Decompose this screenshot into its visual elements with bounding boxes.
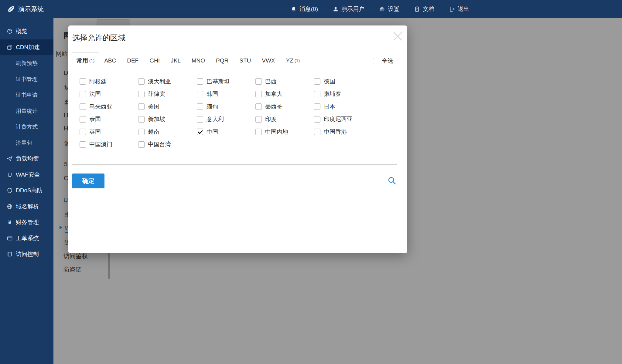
country-option[interactable]: 新加坡	[138, 115, 197, 123]
select-all-option[interactable]: 全选	[373, 57, 393, 65]
settings-button[interactable]: 设置	[379, 5, 399, 13]
tab-label: MNO	[192, 57, 205, 64]
sidebar-item-cert-manage[interactable]: 证书管理	[0, 71, 53, 87]
country-option[interactable]: 英国	[80, 128, 138, 136]
sidebar-item-label: 访问控制	[16, 250, 39, 258]
country-option[interactable]: 印度尼西亚	[314, 115, 373, 123]
country-option[interactable]: 中国	[197, 128, 255, 136]
country-option[interactable]: 柬埔寨	[314, 90, 373, 98]
country-checkbox[interactable]	[255, 78, 262, 85]
topbar: 演示系统 消息(0) 演示用户 设置	[0, 0, 622, 18]
country-option[interactable]: 墨西哥	[255, 103, 314, 111]
country-checkbox[interactable]	[255, 129, 262, 135]
country-option[interactable]: 泰国	[80, 115, 138, 123]
country-option[interactable]: 澳大利亚	[138, 78, 197, 86]
select-all-checkbox[interactable]	[373, 58, 379, 64]
sidebar-item-billing[interactable]: 计费方式	[0, 119, 53, 135]
messages-button[interactable]: 消息(0)	[291, 5, 318, 13]
country-checkbox[interactable]	[80, 103, 86, 110]
country-checkbox[interactable]	[80, 116, 86, 123]
country-checkbox[interactable]	[138, 103, 145, 110]
country-option[interactable]: 马来西亚	[80, 103, 138, 111]
country-option[interactable]: 意大利	[197, 115, 255, 123]
country-checkbox[interactable]	[197, 116, 203, 123]
country-option[interactable]: 巴基斯坦	[197, 78, 255, 86]
country-checkbox[interactable]	[197, 78, 203, 85]
region-tab[interactable]: ABC	[100, 52, 122, 69]
sidebar-item-cdn[interactable]: CDN加速	[0, 39, 53, 56]
sidebar-item-cert-apply[interactable]: 证书申请	[0, 87, 53, 103]
sidebar-item-load-balance[interactable]: 负载均衡	[0, 151, 53, 167]
sidebar-item-overview[interactable]: 概览	[0, 23, 53, 39]
region-tab[interactable]: MNO	[187, 52, 211, 69]
region-tab[interactable]: VWX	[257, 52, 281, 69]
user-label: 演示用户	[341, 5, 364, 13]
country-option[interactable]: 美国	[138, 103, 197, 111]
country-option[interactable]: 越南	[138, 128, 197, 136]
sidebar-item-waf[interactable]: WAF安全	[0, 167, 53, 183]
sidebar-item-traffic-package[interactable]: 流量包	[0, 135, 53, 151]
country-label: 德国	[324, 78, 335, 86]
sidebar-item-finance[interactable]: ¥ 财务管理	[0, 214, 53, 231]
country-checkbox[interactable]	[314, 116, 320, 123]
region-tab[interactable]: YZ (1)	[282, 52, 304, 69]
sidebar-item-usage-stats[interactable]: 用量统计	[0, 103, 53, 119]
country-checkbox[interactable]	[255, 91, 262, 97]
region-tab[interactable]: JKL	[166, 52, 186, 69]
sidebar-item-ddos[interactable]: DDoS高防	[0, 183, 53, 199]
book-icon	[7, 251, 13, 257]
region-tab[interactable]: GHI	[145, 52, 166, 69]
close-icon[interactable]	[393, 31, 403, 41]
country-checkbox[interactable]	[197, 129, 203, 135]
region-tab[interactable]: 常用 (1)	[72, 52, 99, 69]
country-option[interactable]: 阿根廷	[80, 78, 138, 86]
country-checkbox[interactable]	[138, 116, 145, 123]
search-icon[interactable]	[387, 176, 397, 186]
logout-button[interactable]: 退出	[449, 5, 469, 13]
sidebar-item-dns[interactable]: 域名解析	[0, 199, 53, 215]
region-tab[interactable]: DEF	[122, 52, 144, 69]
country-checkbox[interactable]	[80, 91, 86, 97]
logout-label: 退出	[458, 5, 469, 13]
country-option[interactable]: 加拿大	[255, 90, 314, 98]
region-tab[interactable]: STU	[235, 52, 257, 69]
docs-button[interactable]: 文档	[414, 5, 434, 13]
country-checkbox[interactable]	[138, 91, 145, 97]
tab-label: PQR	[216, 57, 228, 64]
country-option[interactable]: 日本	[314, 103, 373, 111]
country-option[interactable]: 中国台湾	[138, 140, 197, 148]
country-option[interactable]: 印度	[255, 115, 314, 123]
country-checkbox[interactable]	[80, 141, 86, 148]
country-option[interactable]: 巴西	[255, 78, 314, 86]
country-option[interactable]: 中国内地	[255, 128, 314, 136]
country-label: 中国台湾	[148, 140, 171, 148]
country-checkbox[interactable]	[138, 78, 145, 85]
logout-icon	[449, 6, 455, 12]
country-checkbox[interactable]	[255, 116, 262, 123]
country-checkbox[interactable]	[197, 91, 203, 97]
sidebar-item-refresh-prewarm[interactable]: 刷新预热	[0, 55, 53, 71]
sidebar-item-tickets[interactable]: 工单系统	[0, 231, 53, 247]
country-checkbox[interactable]	[255, 103, 262, 110]
country-option[interactable]: 德国	[314, 78, 373, 86]
country-option[interactable]: 中国香港	[314, 128, 373, 136]
docs-label: 文档	[423, 5, 434, 13]
country-checkbox[interactable]	[138, 129, 145, 135]
country-checkbox[interactable]	[197, 103, 203, 110]
country-checkbox[interactable]	[314, 91, 320, 97]
country-checkbox[interactable]	[80, 129, 86, 135]
country-checkbox[interactable]	[138, 141, 145, 148]
country-option[interactable]: 菲律宾	[138, 90, 197, 98]
country-checkbox[interactable]	[80, 78, 86, 85]
user-menu[interactable]: 演示用户	[333, 5, 364, 13]
country-checkbox[interactable]	[314, 103, 320, 110]
country-option[interactable]: 韩国	[197, 90, 255, 98]
sidebar-item-access-control[interactable]: 访问控制	[0, 246, 53, 262]
country-option[interactable]: 法国	[80, 90, 138, 98]
confirm-button[interactable]: 确定	[72, 174, 104, 188]
region-tab[interactable]: PQR	[211, 52, 234, 69]
country-option[interactable]: 缅甸	[197, 103, 255, 111]
country-option[interactable]: 中国澳门	[80, 140, 138, 148]
country-checkbox[interactable]	[314, 78, 320, 85]
country-checkbox[interactable]	[314, 129, 320, 135]
